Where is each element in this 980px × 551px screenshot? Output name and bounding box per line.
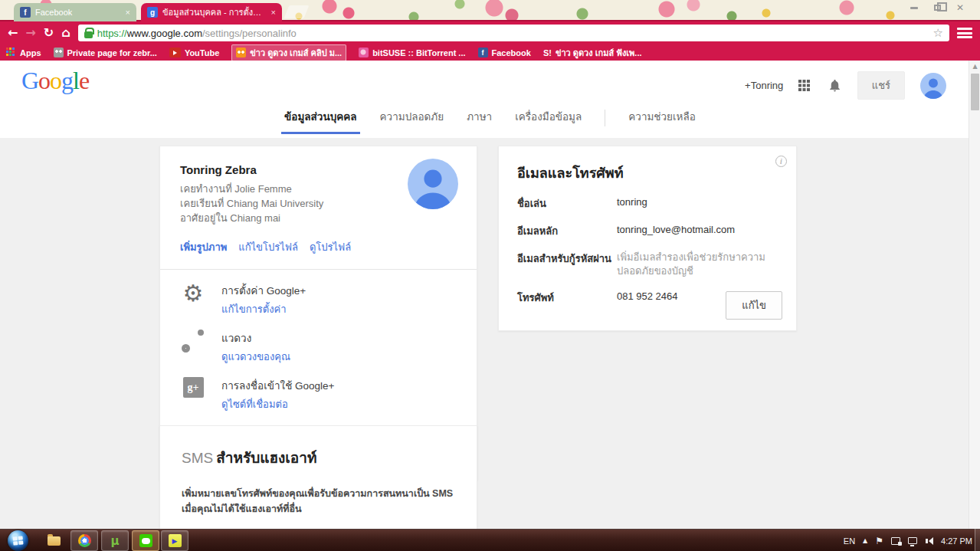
page-scrollbar[interactable]: ▲ [969, 61, 980, 529]
kapook-favicon-icon [236, 48, 246, 57]
sms-description: เพิ่มหมายเลขโทรศัพท์ของคุณเพื่อรับข้อควา… [182, 486, 467, 517]
new-tab-button[interactable] [284, 5, 310, 18]
person-icon [408, 159, 458, 209]
card-title: อีเมลและโทรศัพท์ [517, 162, 778, 184]
minimize-button[interactable] [906, 2, 922, 13]
apps-grid-icon [6, 48, 8, 50]
tab-language[interactable]: ภาษา [467, 108, 492, 134]
google-plus-icon: g+ [183, 377, 204, 398]
tab-close-icon[interactable]: × [126, 8, 130, 17]
sanook-favicon-icon: S! [543, 48, 552, 57]
tab-facebook[interactable]: f Facebook × [14, 3, 136, 21]
home-icon[interactable]: ⌂ [61, 27, 70, 39]
start-button[interactable] [8, 530, 28, 551]
recovery-email-row: อีเมลสำหรับกู้รหัสผ่าน เพิ่มอีเมลสำรองเพ… [517, 251, 778, 278]
browser-toolbar: ← → ↻ ⌂ https://www.google.com/settings/… [0, 21, 980, 44]
circles-icon [182, 330, 205, 353]
screen: f Facebook × g ข้อมูลส่วนบุคคล - การตั้ง… [0, 0, 980, 551]
tab-security[interactable]: ความปลอดภัย [380, 108, 444, 134]
bookmark-apps[interactable]: Apps [6, 48, 41, 57]
network-icon[interactable] [908, 537, 917, 544]
google-apps-grid-icon[interactable] [798, 80, 801, 83]
close-button[interactable]: ✕ [952, 2, 968, 13]
view-profile-link[interactable]: ดูโปรไฟล์ [310, 239, 351, 255]
tab-personal-info[interactable]: ข้อมูลส่วนบุคคล [284, 108, 356, 134]
nickname-row: ชื่อเล่น tonring [517, 195, 778, 212]
taskbar-kmplayer-button[interactable]: ▶ [161, 530, 188, 551]
back-icon[interactable]: ← [8, 27, 18, 39]
bookmark-label: ข่าว ดูดวง เกมส์ คลิป ม... [250, 46, 342, 60]
restore-button[interactable] [929, 2, 945, 13]
profile-avatar[interactable] [408, 159, 458, 209]
volume-icon[interactable] [925, 537, 933, 545]
windows-taskbar: µ ▶ EN ▲ ⚑ 4:27 PM [0, 529, 980, 551]
settings-nav: ข้อมูลส่วนบุคคล ความปลอดภัย ภาษา เครื่อง… [0, 108, 980, 134]
page-content: Google +Tonring แชร์ ข้อมูลส่วนบุ [0, 61, 980, 529]
bookmark-kapook[interactable]: ข่าว ดูดวง เกมส์ คลิป ม... [231, 44, 346, 61]
bookmark-label: ข่าว ดูดวง เกมส์ ฟังเพ... [556, 46, 642, 60]
active-tab-underline [281, 132, 359, 134]
bookmark-label: Apps [20, 48, 41, 57]
gplus-settings-row: ⚙ การตั้งค่า Google+ แก้ไขการตั้งค่า [180, 282, 457, 317]
browser-menu-icon[interactable] [957, 27, 972, 39]
private-page-favicon-icon [54, 48, 64, 57]
taskbar-line-button[interactable] [132, 530, 159, 551]
clock[interactable]: 4:27 PM [941, 536, 972, 546]
info-icon[interactable]: i [775, 156, 787, 167]
bookmark-facebook[interactable]: f Facebook [478, 48, 531, 57]
tab-data-tools[interactable]: เครื่องมือข้อมูล [515, 108, 582, 134]
action-center-flag-icon[interactable]: ⚑ [875, 536, 883, 546]
system-tray: EN ▲ ⚑ 4:27 PM [844, 530, 972, 551]
profile-links: เพิ่มรูปภาพ แก้ไขโปรไฟล์ ดูโปรไฟล์ [180, 239, 457, 255]
tab-google-settings[interactable]: g ข้อมูลส่วนบุคคล - การตั้งค่าบั × [141, 3, 282, 21]
account-avatar[interactable] [920, 73, 946, 99]
connected-sites-link[interactable]: ดูไซต์ที่เชื่อมต่อ [221, 398, 288, 410]
edit-settings-link[interactable]: แก้ไขการตั้งค่า [221, 303, 287, 315]
nav-divider [605, 110, 605, 126]
scroll-up-icon[interactable]: ▲ [969, 61, 980, 72]
share-button[interactable]: แชร์ [857, 71, 905, 100]
divider [160, 269, 477, 270]
notifications-bell-icon[interactable] [828, 78, 842, 93]
section-title: การลงชื่อเข้าใช้ Google+ [221, 377, 335, 394]
taskbar-explorer-button[interactable] [40, 530, 67, 551]
google-logo: Google [21, 67, 89, 95]
window-controls: ✕ [906, 2, 968, 13]
bookmark-star-icon[interactable]: ☆ [933, 26, 943, 40]
bookmark-bitsuse[interactable]: bitSUSE :: BitTorrent ... [359, 48, 465, 57]
scrollbar-thumb[interactable] [971, 74, 979, 110]
reload-icon[interactable]: ↻ [44, 27, 54, 39]
circles-row: แวดวง ดูแวดวงของคุณ [180, 330, 457, 365]
hidden-icons-caret-icon[interactable]: ▲ [863, 537, 867, 544]
utorrent-icon: µ [110, 534, 119, 548]
plus-profile-link[interactable]: +Tonring [745, 80, 783, 91]
header-right: +Tonring แชร์ [745, 71, 946, 100]
facebook-favicon-icon: f [20, 7, 31, 18]
bookmark-label: bitSUSE :: BitTorrent ... [372, 48, 465, 57]
bookmark-youtube[interactable]: YouTube [169, 48, 219, 57]
tab-help[interactable]: ความช่วยเหลือ [628, 108, 696, 134]
gear-icon: ⚙ [183, 282, 204, 305]
add-photo-link[interactable]: เพิ่มรูปภาพ [180, 239, 227, 255]
show-desktop-button[interactable] [975, 529, 980, 551]
address-bar[interactable]: https://www.google.com/settings/personal… [78, 25, 949, 41]
edit-button[interactable]: แก้ไข [726, 291, 782, 320]
bookmarks-bar: Apps Private page for zebr... YouTube ข่… [0, 44, 980, 61]
tab-title: Facebook [35, 8, 121, 17]
windows-logo-icon [12, 536, 23, 545]
view-circles-link[interactable]: ดูแวดวงของคุณ [221, 351, 290, 362]
taskbar-utorrent-button[interactable]: µ [101, 530, 129, 551]
bookmark-private-page[interactable]: Private page for zebr... [54, 48, 157, 57]
device-icon[interactable] [891, 537, 900, 545]
bookmark-sanook[interactable]: S! ข่าว ดูดวง เกมส์ ฟังเพ... [543, 46, 642, 60]
bookmark-label: YouTube [185, 48, 219, 57]
facebook-favicon-icon: f [478, 48, 488, 57]
youtube-icon [169, 48, 181, 57]
browser-tabstrip: f Facebook × g ข้อมูลส่วนบุคคล - การตั้ง… [0, 0, 980, 21]
taskbar-chrome-button[interactable] [70, 530, 98, 551]
edit-profile-link[interactable]: แก้ไขโปรไฟล์ [238, 239, 298, 255]
tab-close-icon[interactable]: × [271, 8, 276, 17]
primary-email-row: อีเมลหลัก tonring_love@hotmail.com [517, 223, 778, 239]
forward-icon[interactable]: → [25, 27, 35, 39]
language-indicator[interactable]: EN [844, 536, 855, 546]
